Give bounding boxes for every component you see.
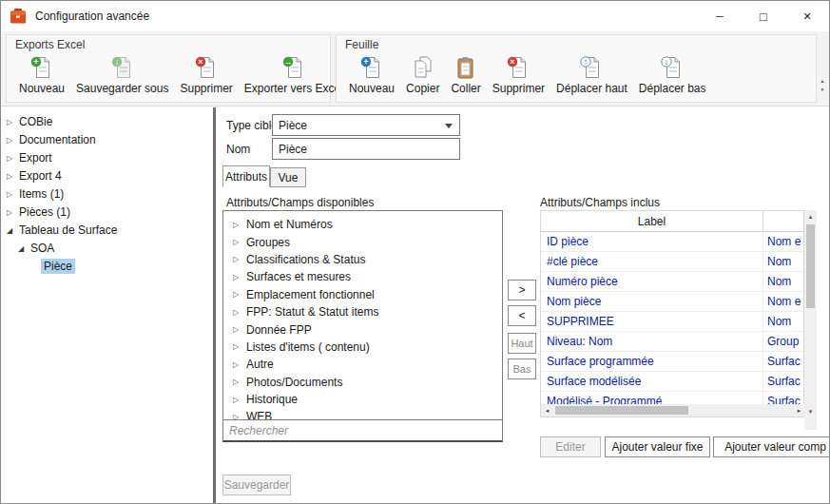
collapsed-triangle-icon[interactable]: ▷ — [233, 360, 246, 369]
expanded-triangle-icon[interactable]: ◢ — [7, 226, 19, 235]
collapsed-triangle-icon[interactable]: ▷ — [233, 413, 246, 419]
collapsed-triangle-icon[interactable]: ▷ — [233, 396, 246, 404]
scroll-up-icon[interactable]: ▲ — [804, 210, 817, 223]
collapsed-triangle-icon[interactable]: ▷ — [7, 190, 19, 199]
collapsed-triangle-icon[interactable]: ▷ — [7, 172, 19, 181]
save-button[interactable]: Sauvegarder — [222, 475, 291, 495]
maximize-button[interactable]: □ — [742, 1, 785, 31]
collapsed-triangle-icon[interactable]: ▷ — [233, 221, 246, 229]
included-row[interactable]: Numéro pièce Nom — [541, 272, 803, 292]
type-cible-label: Type cible — [226, 119, 278, 132]
search-input[interactable] — [223, 419, 502, 440]
available-item[interactable]: ▷ FPP: Statut & Statut items — [223, 303, 502, 320]
move-left-button[interactable]: < — [508, 305, 536, 326]
tree-item-tableau-de-surface[interactable]: ◢ Tableau de Surface — [1, 222, 212, 239]
scroll-down-icon[interactable]: ▼ — [804, 405, 817, 417]
move-down-icon: ↓ — [660, 55, 685, 80]
exports-delete-button[interactable]: × Supprimer — [174, 53, 238, 98]
included-row[interactable]: SUPPRIMEE Nom — [541, 312, 803, 332]
tree-item-pieces[interactable]: ▷ Pièces (1) — [1, 204, 212, 221]
move-right-button[interactable]: > — [508, 280, 536, 300]
included-row[interactable]: Nom pièce Nom e — [541, 292, 803, 312]
collapsed-triangle-icon[interactable]: ▷ — [233, 325, 246, 334]
available-item[interactable]: ▷ Classifications & Status — [223, 251, 502, 268]
sheet-delete-button[interactable]: × Supprimer — [487, 53, 550, 98]
tab-vue[interactable]: Vue — [270, 167, 306, 187]
close-button[interactable]: ✕ — [785, 1, 829, 31]
sheet-paste-button[interactable]: Coller — [445, 53, 486, 98]
scroll-left-icon[interactable]: ◄ — [541, 404, 553, 417]
tree-item-documentation[interactable]: ▷ Documentation — [1, 131, 212, 148]
collapsed-triangle-icon[interactable]: ▷ — [233, 290, 246, 299]
svg-text:+: + — [33, 57, 38, 67]
available-item[interactable]: ▷ Autre — [223, 356, 502, 373]
export-to-excel-button[interactable]: → Exporter vers Excel — [239, 53, 349, 98]
nom-input[interactable] — [272, 138, 460, 160]
available-item[interactable]: ▷ WEB — [223, 408, 502, 419]
included-fields-table: Label ID pièce Nom e #clé pièce Nom Numé… — [540, 210, 817, 430]
available-item[interactable]: ▷ Surfaces et mesures — [223, 268, 502, 285]
tab-attributs[interactable]: Attributs — [222, 165, 270, 187]
add-computed-value-button[interactable]: Ajouter valeur comp — [713, 436, 830, 457]
collapsed-triangle-icon[interactable]: ▷ — [7, 208, 19, 217]
titlebar: Configuration avancée ─ □ ✕ — [1, 1, 829, 31]
available-fields-title: Attributs/Champs disponibles — [226, 196, 374, 209]
available-item[interactable]: ▷ Groupes — [223, 233, 502, 250]
tree-item-export-4[interactable]: ▷ Export 4 — [1, 167, 212, 184]
available-item[interactable]: ▷ Photos/Documents — [223, 374, 502, 391]
tree-item-soa[interactable]: ◢ SOA — [1, 240, 212, 257]
horizontal-scrollbar[interactable]: ◄ ► — [541, 404, 805, 417]
sheet-copy-button[interactable]: Copier — [400, 53, 445, 98]
tree-item-piece[interactable]: Pièce — [1, 258, 212, 275]
minimize-button[interactable]: ─ — [698, 1, 742, 31]
vertical-scrollbar-thumb[interactable] — [806, 224, 815, 308]
collapsed-triangle-icon[interactable]: ▷ — [7, 154, 19, 163]
advanced-configuration-window: Configuration avancée ─ □ ✕ Exports Exce… — [0, 0, 830, 504]
collapsed-triangle-icon[interactable]: ▷ — [233, 238, 246, 246]
move-up-button[interactable]: Haut — [508, 333, 536, 354]
exports-new-button[interactable]: + Nouveau — [13, 53, 70, 98]
available-item[interactable]: ▷ Emplacement fonctionnel — [223, 286, 502, 303]
new-export-icon: + — [29, 55, 54, 80]
tree-item-cobie[interactable]: ▷ COBie — [1, 113, 212, 130]
included-row[interactable]: ID pièce Nom e — [541, 232, 803, 252]
collapsed-triangle-icon[interactable]: ▷ — [233, 342, 246, 351]
included-row[interactable]: Surface programmée Surfac — [541, 352, 803, 372]
move-sheet-up-button[interactable]: ↑ Déplacer haut — [550, 53, 633, 98]
delete-export-icon: × — [194, 55, 219, 80]
move-down-button[interactable]: Bas — [508, 359, 536, 379]
vertical-scrollbar[interactable]: ▲ ▼ — [804, 210, 817, 417]
tree-item-export[interactable]: ▷ Export — [1, 149, 212, 166]
collapsed-triangle-icon[interactable]: ▷ — [233, 255, 246, 263]
column-header-label[interactable]: Label — [541, 211, 763, 231]
collapsed-triangle-icon[interactable]: ▷ — [233, 378, 246, 386]
export-to-excel-icon: → — [281, 55, 306, 80]
included-row[interactable]: #clé pièce Nom — [541, 252, 803, 272]
edit-button[interactable]: Editer — [540, 436, 601, 457]
move-sheet-down-button[interactable]: ↓ Déplacer bas — [633, 53, 712, 98]
toolbar-overflow-control[interactable]: ▲ ▼ — [818, 79, 827, 92]
available-item[interactable]: ▷ Historique — [223, 391, 502, 408]
type-cible-select[interactable]: Pièce — [272, 114, 460, 136]
main-panel: Type cible Pièce Nom Attributs Vue Attri… — [220, 107, 830, 503]
new-sheet-icon: + — [359, 55, 384, 80]
included-fields-title: Attributs/Champs inclus — [540, 196, 660, 209]
column-header-category[interactable] — [763, 211, 803, 231]
horizontal-scrollbar-thumb[interactable] — [555, 406, 688, 415]
available-item[interactable]: ▷ Nom et Numéros — [223, 216, 502, 233]
sheet-new-button[interactable]: + Nouveau — [343, 53, 400, 98]
collapsed-triangle-icon[interactable]: ▷ — [7, 118, 19, 126]
window-title: Configuration avancée — [35, 10, 149, 23]
available-item[interactable]: ▷ Listes d'items ( contenu) — [223, 339, 502, 356]
tree-item-items[interactable]: ▷ Items (1) — [1, 185, 212, 203]
included-row[interactable]: Surface modélisée Surfac — [541, 372, 803, 392]
panel-splitter[interactable] — [213, 107, 216, 503]
exports-save-as-button[interactable]: ↓ Sauvegarder sous — [70, 53, 174, 98]
collapsed-triangle-icon[interactable]: ▷ — [233, 273, 246, 281]
add-fixed-value-button[interactable]: Ajouter valeur fixe — [605, 436, 710, 457]
expanded-triangle-icon[interactable]: ◢ — [18, 244, 30, 253]
available-item[interactable]: ▷ Donnée FPP — [223, 320, 502, 338]
collapsed-triangle-icon[interactable]: ▷ — [233, 308, 246, 317]
collapsed-triangle-icon[interactable]: ▷ — [7, 136, 19, 145]
included-row[interactable]: Niveau: Nom Group — [541, 332, 803, 352]
